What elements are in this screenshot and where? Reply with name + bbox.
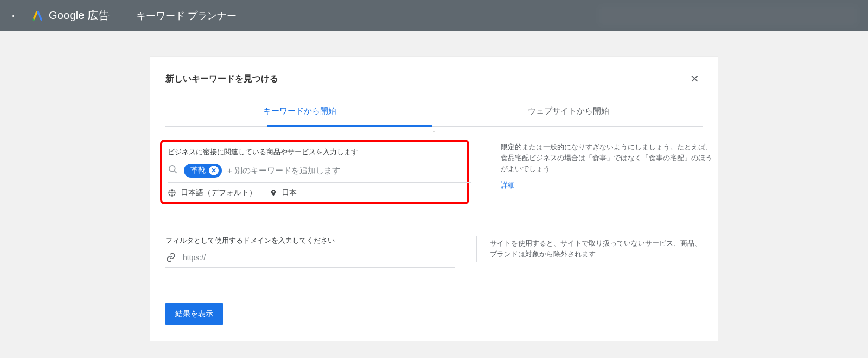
svg-point-0 (32, 18, 34, 21)
back-arrow-icon[interactable]: ← (10, 9, 22, 23)
location-selector[interactable]: 日本 (282, 188, 297, 198)
app-header: ← Google 広告 キーワード プランナー (0, 0, 868, 31)
chip-remove-icon[interactable]: ✕ (209, 166, 219, 175)
tabs: キーワードから開始 ウェブサイトから開始 (165, 98, 703, 127)
close-icon[interactable]: ✕ (690, 72, 703, 85)
keyword-field-label: ビジネスに密接に関連している商品やサービスを入力します (168, 147, 471, 157)
tool-title: キーワード プランナー (136, 9, 237, 22)
keyword-chip-label: 革靴 (190, 166, 206, 175)
main-card: 新しいキーワードを見つける ✕ キーワードから開始 ウェブサイトから開始 ⋮ ビ… (150, 57, 718, 341)
svg-line-2 (175, 171, 177, 173)
google-ads-logo-icon (31, 10, 43, 22)
keyword-add-placeholder[interactable]: + 別のキーワードを追加します (227, 166, 340, 176)
keyword-hint-text: 限定的または一般的になりすぎないようにしましょう。たとえば、食品宅配ビジネスの場… (501, 142, 713, 174)
keyword-input-highlight: ビジネスに密接に関連している商品やサービスを入力します 革靴 ✕ + 別のキーワ… (160, 140, 469, 204)
product-name: Google 広告 (49, 8, 110, 23)
keyword-input[interactable]: 革靴 ✕ + 別のキーワードを追加します (168, 164, 471, 183)
svg-point-1 (169, 166, 175, 172)
dotted-separator: ⋮ (165, 129, 703, 136)
domain-hint-text: サイトを使用すると、サイトで取り扱っていないサービス、商品、ブランドは対象から除… (490, 238, 703, 260)
search-icon (168, 164, 178, 177)
header-separator (123, 8, 123, 23)
location-pin-icon (270, 189, 277, 197)
link-icon (165, 252, 176, 263)
language-selector[interactable]: 日本語（デフォルト） (181, 188, 257, 198)
domain-placeholder: https:// (183, 253, 206, 262)
show-results-button[interactable]: 結果を表示 (165, 303, 223, 325)
globe-icon (168, 189, 176, 197)
tab-active-underline (267, 125, 432, 127)
header-account-area-blurred (598, 5, 858, 27)
keyword-chip[interactable]: 革靴 ✕ (184, 164, 222, 178)
domain-input[interactable]: https:// (165, 251, 455, 268)
tab-start-with-keyword[interactable]: キーワードから開始 (165, 98, 434, 126)
domain-field-label: フィルタとして使用するドメインを入力してください (165, 236, 455, 246)
card-title: 新しいキーワードを見つける (165, 73, 278, 85)
tab-start-with-website[interactable]: ウェブサイトから開始 (434, 98, 703, 126)
keyword-hint-details-link[interactable]: 詳細 (501, 180, 515, 191)
